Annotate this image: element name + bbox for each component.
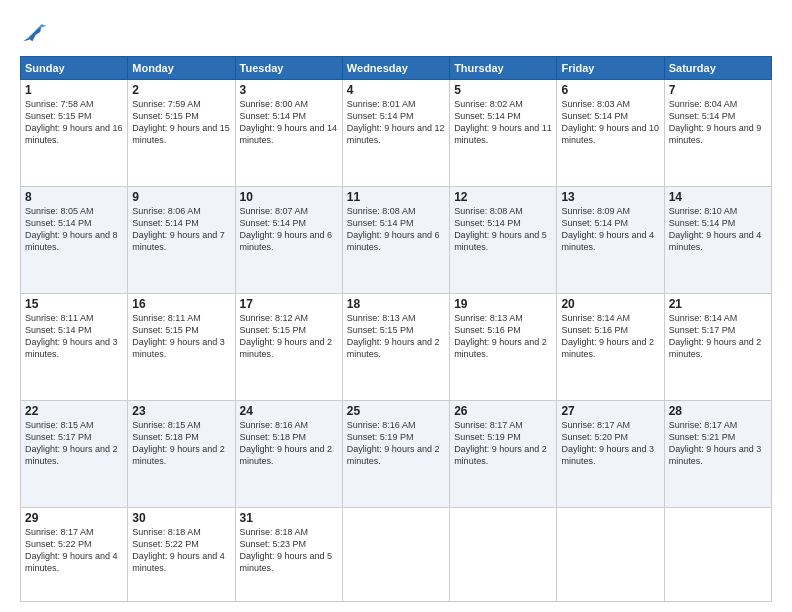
day-info: Sunrise: 8:04 AM Sunset: 5:14 PM Dayligh… — [669, 98, 767, 147]
day-number: 8 — [25, 190, 123, 204]
table-row: 12 Sunrise: 8:08 AM Sunset: 5:14 PM Dayl… — [450, 187, 557, 294]
table-row: 11 Sunrise: 8:08 AM Sunset: 5:14 PM Dayl… — [342, 187, 449, 294]
day-number: 23 — [132, 404, 230, 418]
table-row: 15 Sunrise: 8:11 AM Sunset: 5:14 PM Dayl… — [21, 294, 128, 401]
day-info: Sunrise: 8:06 AM Sunset: 5:14 PM Dayligh… — [132, 205, 230, 254]
header-monday: Monday — [128, 57, 235, 80]
table-row: 26 Sunrise: 8:17 AM Sunset: 5:19 PM Dayl… — [450, 401, 557, 508]
table-row: 17 Sunrise: 8:12 AM Sunset: 5:15 PM Dayl… — [235, 294, 342, 401]
day-info: Sunrise: 8:00 AM Sunset: 5:14 PM Dayligh… — [240, 98, 338, 147]
table-row: 29 Sunrise: 8:17 AM Sunset: 5:22 PM Dayl… — [21, 508, 128, 602]
day-info: Sunrise: 8:03 AM Sunset: 5:14 PM Dayligh… — [561, 98, 659, 147]
table-row: 13 Sunrise: 8:09 AM Sunset: 5:14 PM Dayl… — [557, 187, 664, 294]
table-row: 30 Sunrise: 8:18 AM Sunset: 5:22 PM Dayl… — [128, 508, 235, 602]
day-info: Sunrise: 8:11 AM Sunset: 5:14 PM Dayligh… — [25, 312, 123, 361]
table-row: 1 Sunrise: 7:58 AM Sunset: 5:15 PM Dayli… — [21, 80, 128, 187]
day-number: 3 — [240, 83, 338, 97]
day-info: Sunrise: 8:17 AM Sunset: 5:20 PM Dayligh… — [561, 419, 659, 468]
day-number: 29 — [25, 511, 123, 525]
day-number: 10 — [240, 190, 338, 204]
table-row: 18 Sunrise: 8:13 AM Sunset: 5:15 PM Dayl… — [342, 294, 449, 401]
day-info: Sunrise: 8:14 AM Sunset: 5:16 PM Dayligh… — [561, 312, 659, 361]
day-info: Sunrise: 8:09 AM Sunset: 5:14 PM Dayligh… — [561, 205, 659, 254]
table-row — [342, 508, 449, 602]
day-number: 30 — [132, 511, 230, 525]
day-info: Sunrise: 8:15 AM Sunset: 5:17 PM Dayligh… — [25, 419, 123, 468]
day-info: Sunrise: 8:08 AM Sunset: 5:14 PM Dayligh… — [347, 205, 445, 254]
calendar-week-row: 15 Sunrise: 8:11 AM Sunset: 5:14 PM Dayl… — [21, 294, 772, 401]
table-row: 27 Sunrise: 8:17 AM Sunset: 5:20 PM Dayl… — [557, 401, 664, 508]
day-info: Sunrise: 8:11 AM Sunset: 5:15 PM Dayligh… — [132, 312, 230, 361]
table-row: 9 Sunrise: 8:06 AM Sunset: 5:14 PM Dayli… — [128, 187, 235, 294]
day-number: 14 — [669, 190, 767, 204]
table-row — [450, 508, 557, 602]
logo — [20, 18, 52, 46]
day-info: Sunrise: 8:08 AM Sunset: 5:14 PM Dayligh… — [454, 205, 552, 254]
day-info: Sunrise: 8:17 AM Sunset: 5:21 PM Dayligh… — [669, 419, 767, 468]
table-row: 7 Sunrise: 8:04 AM Sunset: 5:14 PM Dayli… — [664, 80, 771, 187]
day-info: Sunrise: 8:10 AM Sunset: 5:14 PM Dayligh… — [669, 205, 767, 254]
day-info: Sunrise: 8:13 AM Sunset: 5:15 PM Dayligh… — [347, 312, 445, 361]
table-row: 20 Sunrise: 8:14 AM Sunset: 5:16 PM Dayl… — [557, 294, 664, 401]
day-info: Sunrise: 8:07 AM Sunset: 5:14 PM Dayligh… — [240, 205, 338, 254]
day-number: 7 — [669, 83, 767, 97]
day-number: 26 — [454, 404, 552, 418]
table-row: 3 Sunrise: 8:00 AM Sunset: 5:14 PM Dayli… — [235, 80, 342, 187]
table-row: 2 Sunrise: 7:59 AM Sunset: 5:15 PM Dayli… — [128, 80, 235, 187]
svg-marker-2 — [23, 38, 29, 41]
day-number: 18 — [347, 297, 445, 311]
day-number: 1 — [25, 83, 123, 97]
header — [20, 18, 772, 46]
header-sunday: Sunday — [21, 57, 128, 80]
header-wednesday: Wednesday — [342, 57, 449, 80]
day-number: 22 — [25, 404, 123, 418]
table-row: 8 Sunrise: 8:05 AM Sunset: 5:14 PM Dayli… — [21, 187, 128, 294]
calendar-week-row: 22 Sunrise: 8:15 AM Sunset: 5:17 PM Dayl… — [21, 401, 772, 508]
table-row: 31 Sunrise: 8:18 AM Sunset: 5:23 PM Dayl… — [235, 508, 342, 602]
day-number: 2 — [132, 83, 230, 97]
day-info: Sunrise: 7:59 AM Sunset: 5:15 PM Dayligh… — [132, 98, 230, 147]
table-row: 28 Sunrise: 8:17 AM Sunset: 5:21 PM Dayl… — [664, 401, 771, 508]
page: Sunday Monday Tuesday Wednesday Thursday… — [0, 0, 792, 612]
day-info: Sunrise: 8:17 AM Sunset: 5:22 PM Dayligh… — [25, 526, 123, 575]
calendar-week-row: 29 Sunrise: 8:17 AM Sunset: 5:22 PM Dayl… — [21, 508, 772, 602]
day-info: Sunrise: 7:58 AM Sunset: 5:15 PM Dayligh… — [25, 98, 123, 147]
day-number: 16 — [132, 297, 230, 311]
day-number: 20 — [561, 297, 659, 311]
day-info: Sunrise: 8:18 AM Sunset: 5:22 PM Dayligh… — [132, 526, 230, 575]
day-number: 25 — [347, 404, 445, 418]
day-number: 17 — [240, 297, 338, 311]
table-row: 22 Sunrise: 8:15 AM Sunset: 5:17 PM Dayl… — [21, 401, 128, 508]
day-number: 19 — [454, 297, 552, 311]
day-number: 31 — [240, 511, 338, 525]
table-row: 24 Sunrise: 8:16 AM Sunset: 5:18 PM Dayl… — [235, 401, 342, 508]
table-row: 10 Sunrise: 8:07 AM Sunset: 5:14 PM Dayl… — [235, 187, 342, 294]
day-number: 6 — [561, 83, 659, 97]
table-row: 23 Sunrise: 8:15 AM Sunset: 5:18 PM Dayl… — [128, 401, 235, 508]
table-row — [664, 508, 771, 602]
day-info: Sunrise: 8:14 AM Sunset: 5:17 PM Dayligh… — [669, 312, 767, 361]
svg-marker-1 — [37, 24, 46, 29]
day-number: 15 — [25, 297, 123, 311]
table-row: 21 Sunrise: 8:14 AM Sunset: 5:17 PM Dayl… — [664, 294, 771, 401]
table-row: 5 Sunrise: 8:02 AM Sunset: 5:14 PM Dayli… — [450, 80, 557, 187]
day-info: Sunrise: 8:18 AM Sunset: 5:23 PM Dayligh… — [240, 526, 338, 575]
day-number: 11 — [347, 190, 445, 204]
table-row: 25 Sunrise: 8:16 AM Sunset: 5:19 PM Dayl… — [342, 401, 449, 508]
day-number: 9 — [132, 190, 230, 204]
day-number: 12 — [454, 190, 552, 204]
day-number: 13 — [561, 190, 659, 204]
table-row: 16 Sunrise: 8:11 AM Sunset: 5:15 PM Dayl… — [128, 294, 235, 401]
day-info: Sunrise: 8:16 AM Sunset: 5:18 PM Dayligh… — [240, 419, 338, 468]
day-info: Sunrise: 8:01 AM Sunset: 5:14 PM Dayligh… — [347, 98, 445, 147]
day-info: Sunrise: 8:13 AM Sunset: 5:16 PM Dayligh… — [454, 312, 552, 361]
table-row: 19 Sunrise: 8:13 AM Sunset: 5:16 PM Dayl… — [450, 294, 557, 401]
calendar-week-row: 8 Sunrise: 8:05 AM Sunset: 5:14 PM Dayli… — [21, 187, 772, 294]
day-number: 5 — [454, 83, 552, 97]
calendar-table: Sunday Monday Tuesday Wednesday Thursday… — [20, 56, 772, 602]
day-info: Sunrise: 8:16 AM Sunset: 5:19 PM Dayligh… — [347, 419, 445, 468]
day-number: 21 — [669, 297, 767, 311]
day-info: Sunrise: 8:15 AM Sunset: 5:18 PM Dayligh… — [132, 419, 230, 468]
table-row: 4 Sunrise: 8:01 AM Sunset: 5:14 PM Dayli… — [342, 80, 449, 187]
table-row: 14 Sunrise: 8:10 AM Sunset: 5:14 PM Dayl… — [664, 187, 771, 294]
